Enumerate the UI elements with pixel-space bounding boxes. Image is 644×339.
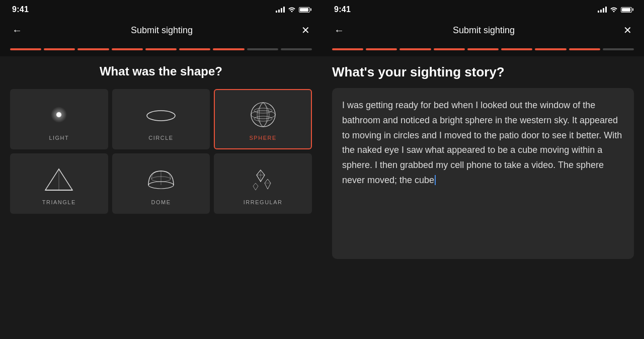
nav-bar-2: ← Submit sighting ✕ xyxy=(322,17,644,44)
text-cursor xyxy=(435,175,436,185)
light-label: LIGHT xyxy=(49,135,69,141)
nav-title-1: Submit sighting xyxy=(131,25,193,36)
progress-seg-7 xyxy=(213,48,244,50)
status-bar-1: 9:41 xyxy=(0,0,322,17)
progress-seg-3 xyxy=(77,48,109,50)
signal-bars-icon-2 xyxy=(598,7,607,13)
progress-bar-1 xyxy=(0,44,322,56)
sphere-label: SPHERE xyxy=(250,135,277,141)
irregular-label: IRREGULAR xyxy=(244,199,283,205)
shape-item-sphere[interactable]: SPHERE xyxy=(214,89,312,149)
light-shape-icon xyxy=(41,100,76,130)
status-time-1: 9:41 xyxy=(12,5,29,14)
progress-seg-2 xyxy=(44,48,75,50)
battery-icon-2 xyxy=(621,7,632,13)
back-button-2[interactable]: ← xyxy=(332,23,346,38)
svg-point-1 xyxy=(56,112,61,117)
progress-seg-5 xyxy=(145,48,177,50)
status-time-2: 9:41 xyxy=(334,5,351,14)
progress-seg-p2-4 xyxy=(434,48,465,50)
progress-bar-2 xyxy=(322,44,644,56)
circle-label: CIRCLE xyxy=(148,135,173,141)
close-button-2[interactable]: ✕ xyxy=(621,22,634,38)
dome-label: DOME xyxy=(151,199,171,205)
question-title-1: What was the shape? xyxy=(10,64,312,79)
progress-seg-p2-3 xyxy=(399,48,431,50)
svg-marker-16 xyxy=(265,179,271,189)
progress-seg-4 xyxy=(112,48,143,50)
svg-marker-18 xyxy=(253,183,258,190)
story-input-container[interactable]: I was getting ready for bed when I looke… xyxy=(332,88,634,259)
progress-seg-p2-2 xyxy=(366,48,397,50)
panel-story: 9:41 ← Submit sighting ✕ xyxy=(322,0,644,339)
circle-shape-icon xyxy=(143,100,179,130)
progress-seg-6 xyxy=(179,48,210,50)
battery-icon xyxy=(299,7,310,13)
status-icons-2 xyxy=(598,6,632,14)
wifi-icon xyxy=(288,6,296,14)
shape-item-light[interactable]: LIGHT xyxy=(10,89,108,149)
nav-title-2: Submit sighting xyxy=(453,25,515,36)
progress-seg-p2-5 xyxy=(467,48,499,50)
question-title-2: What's your sighting story? xyxy=(332,64,634,80)
progress-seg-p2-1 xyxy=(332,48,363,50)
svg-point-3 xyxy=(251,103,275,127)
triangle-shape-icon xyxy=(41,164,76,194)
irregular-shape-icon xyxy=(246,164,281,194)
triangle-label: TRIANGLE xyxy=(42,199,76,205)
progress-seg-p2-8 xyxy=(569,48,600,50)
shape-item-triangle[interactable]: TRIANGLE xyxy=(10,153,108,214)
progress-seg-p2-9 xyxy=(603,48,634,50)
dome-shape-icon xyxy=(143,164,179,194)
back-button-1[interactable]: ← xyxy=(10,23,24,38)
status-icons-1 xyxy=(276,6,310,14)
status-bar-2: 9:41 xyxy=(322,0,644,17)
shape-item-irregular[interactable]: IRREGULAR xyxy=(214,153,312,214)
progress-seg-p2-7 xyxy=(535,48,566,50)
shape-item-dome[interactable]: DOME xyxy=(112,153,210,214)
sphere-shape-icon xyxy=(246,100,281,130)
shape-grid: LIGHT CIRCLE xyxy=(10,89,312,214)
content-1: What was the shape? LIGHT xyxy=(0,56,322,339)
wifi-icon-2 xyxy=(610,6,618,14)
shape-item-circle[interactable]: CIRCLE xyxy=(112,89,210,149)
progress-seg-p2-6 xyxy=(501,48,532,50)
panel-shape-selection: 9:41 ← Submit sighting ✕ xyxy=(0,0,322,339)
content-2: What's your sighting story? I was gettin… xyxy=(322,56,644,339)
progress-seg-9 xyxy=(281,48,312,50)
progress-seg-1 xyxy=(10,48,41,50)
svg-point-2 xyxy=(147,111,175,121)
signal-bars-icon xyxy=(276,7,285,13)
story-text[interactable]: I was getting ready for bed when I looke… xyxy=(342,98,624,188)
close-button-1[interactable]: ✕ xyxy=(299,22,312,38)
nav-bar-1: ← Submit sighting ✕ xyxy=(0,17,322,44)
progress-seg-8 xyxy=(247,48,278,50)
